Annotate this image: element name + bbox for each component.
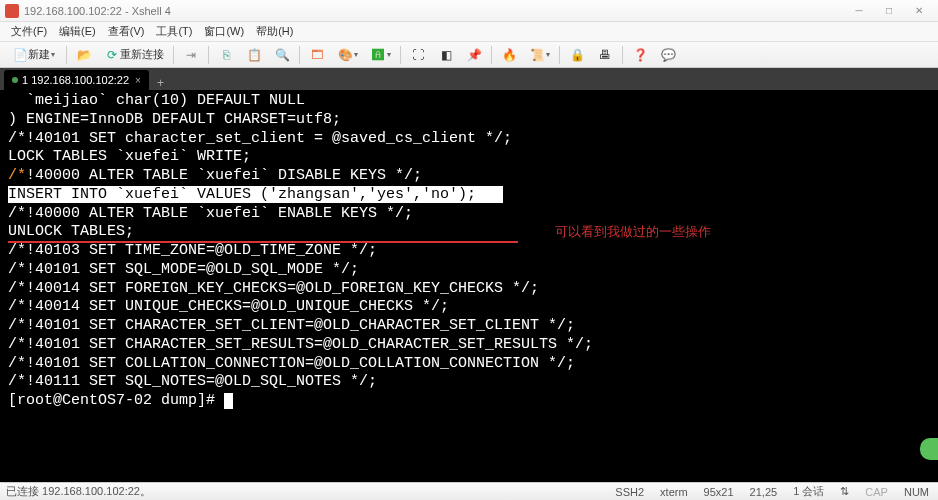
fullscreen-button[interactable]: ⛶ xyxy=(405,45,431,65)
shell-prompt: [root@CentOS7-02 dump]# xyxy=(8,392,224,409)
paste-button[interactable]: 📋 xyxy=(241,45,267,65)
properties-icon: 🗔 xyxy=(309,47,325,63)
folder-open-icon: 📂 xyxy=(76,47,92,63)
reconnect-label: 重新连接 xyxy=(120,47,164,62)
terminal-line: /*!40000 ALTER TABLE `xuefei` ENABLE KEY… xyxy=(8,205,930,224)
terminal-line: /*!40101 SET character_set_client = @sav… xyxy=(8,130,930,149)
toolbar-separator xyxy=(173,46,174,64)
terminal-line: /*!40101 SET COLLATION_CONNECTION=@OLD_C… xyxy=(8,355,930,374)
terminal-line: /*!40111 SET SQL_NOTES=@OLD_SQL_NOTES */… xyxy=(8,373,930,392)
chevron-down-icon: ▾ xyxy=(354,50,358,59)
toolbar-separator xyxy=(622,46,623,64)
status-termtype: xterm xyxy=(657,486,691,498)
toolbar-separator xyxy=(208,46,209,64)
palette-icon: 🎨 xyxy=(337,47,353,63)
transparent-button[interactable]: ◧ xyxy=(433,45,459,65)
status-numlock: NUM xyxy=(901,486,932,498)
disconnect-button[interactable]: ⇥ xyxy=(178,45,204,65)
find-button[interactable]: 🔍 xyxy=(269,45,295,65)
terminal-line: UNLOCK TABLES; xyxy=(8,223,930,242)
lock-button[interactable]: 🔒 xyxy=(564,45,590,65)
close-button[interactable]: ✕ xyxy=(905,3,933,19)
status-size: 95x21 xyxy=(701,486,737,498)
status-capslock: CAP xyxy=(862,486,891,498)
toolbar-separator xyxy=(491,46,492,64)
menu-window[interactable]: 窗口(W) xyxy=(198,22,250,41)
terminal-line: /*!40101 SET SQL_MODE=@OLD_SQL_MODE */; xyxy=(8,261,930,280)
minimize-button[interactable]: ─ xyxy=(845,3,873,19)
copy-icon: ⎘ xyxy=(218,47,234,63)
font-icon: 🅰 xyxy=(370,47,386,63)
menu-file[interactable]: 文件(F) xyxy=(5,22,53,41)
window-controls: ─ □ ✕ xyxy=(845,3,933,19)
xftp-button[interactable]: 🔥 xyxy=(496,45,522,65)
chevron-down-icon: ▾ xyxy=(51,50,55,59)
script-button[interactable]: 📜▾ xyxy=(524,45,555,65)
chevron-down-icon: ▾ xyxy=(387,50,391,59)
maximize-button[interactable]: □ xyxy=(875,3,903,19)
status-cursor-pos: 21,25 xyxy=(747,486,781,498)
lock-icon: 🔒 xyxy=(569,47,585,63)
ontop-button[interactable]: 📌 xyxy=(461,45,487,65)
printer-button[interactable]: 🖶 xyxy=(592,45,618,65)
color-button[interactable]: 🎨▾ xyxy=(332,45,363,65)
terminal-line: /*!40103 SET TIME_ZONE=@OLD_TIME_ZONE */… xyxy=(8,242,930,261)
annotation-text: 可以看到我做过的一些操作 xyxy=(555,224,711,240)
status-right: SSH2 xterm 95x21 21,25 1 会话 ⇅ CAP NUM xyxy=(612,484,932,499)
tab-label: 1 192.168.100.102:22 xyxy=(22,74,129,86)
copy-button[interactable]: ⎘ xyxy=(213,45,239,65)
disconnect-icon: ⇥ xyxy=(183,47,199,63)
tab-close-icon[interactable]: × xyxy=(135,75,141,86)
status-protocol: SSH2 xyxy=(612,486,647,498)
new-label: 新建 xyxy=(28,47,50,62)
terminal-line: /*!40101 SET CHARACTER_SET_RESULTS=@OLD_… xyxy=(8,336,930,355)
selection-trail xyxy=(476,186,503,203)
status-connection: 已连接 192.168.100.102:22。 xyxy=(6,484,612,499)
menu-view[interactable]: 查看(V) xyxy=(102,22,151,41)
window-title: 192.168.100.102:22 - Xshell 4 xyxy=(24,5,845,17)
terminal-highlight-line: INSERT INTO `xuefei` VALUES ('zhangsan',… xyxy=(8,186,930,205)
terminal-line: /*!40101 SET CHARACTER_SET_CLIENT=@OLD_C… xyxy=(8,317,930,336)
network-icon: ⇅ xyxy=(837,485,852,498)
fullscreen-icon: ⛶ xyxy=(410,47,426,63)
toolbar-separator xyxy=(559,46,560,64)
cursor-icon xyxy=(224,393,233,409)
new-file-icon: 📄 xyxy=(12,47,28,63)
terminal-line: `meijiao` char(10) DEFAULT NULL xyxy=(8,92,930,111)
help-icon: ❓ xyxy=(632,47,648,63)
chevron-down-icon: ▾ xyxy=(546,50,550,59)
terminal-line: ) ENGINE=InnoDB DEFAULT CHARSET=utf8; xyxy=(8,111,930,130)
help-button[interactable]: ❓ xyxy=(627,45,653,65)
menu-help[interactable]: 帮助(H) xyxy=(250,22,299,41)
font-button[interactable]: 🅰▾ xyxy=(365,45,396,65)
paste-icon: 📋 xyxy=(246,47,262,63)
status-sessions: 1 会话 xyxy=(790,484,827,499)
terminal-prompt-line: [root@CentOS7-02 dump]# xyxy=(8,392,930,411)
properties-button[interactable]: 🗔 xyxy=(304,45,330,65)
xftp-icon: 🔥 xyxy=(501,47,517,63)
add-tab-button[interactable]: + xyxy=(151,76,170,90)
toolbar-separator xyxy=(299,46,300,64)
about-button[interactable]: 💬 xyxy=(655,45,681,65)
session-tab[interactable]: 1 192.168.100.102:22 × xyxy=(4,70,149,90)
menu-tools[interactable]: 工具(T) xyxy=(150,22,198,41)
toolbar-separator xyxy=(400,46,401,64)
terminal-output[interactable]: `meijiao` char(10) DEFAULT NULL ) ENGINE… xyxy=(0,90,938,482)
terminal-line: LOCK TABLES `xuefei` WRITE; xyxy=(8,148,930,167)
search-icon: 🔍 xyxy=(274,47,290,63)
session-tabbar: 1 192.168.100.102:22 × + xyxy=(0,68,938,90)
window-titlebar: 192.168.100.102:22 - Xshell 4 ─ □ ✕ xyxy=(0,0,938,22)
terminal-line: /*!40000 ALTER TABLE `xuefei` DISABLE KE… xyxy=(8,167,930,186)
terminal-line: /*!40014 SET UNIQUE_CHECKS=@OLD_UNIQUE_C… xyxy=(8,298,930,317)
selected-text: INSERT INTO `xuefei` VALUES ('zhangsan',… xyxy=(8,186,476,203)
menu-edit[interactable]: 编辑(E) xyxy=(53,22,102,41)
side-badge-icon xyxy=(920,438,938,460)
reconnect-button[interactable]: ⟳ 重新连接 xyxy=(99,45,169,65)
toolbar-separator xyxy=(66,46,67,64)
script-icon: 📜 xyxy=(529,47,545,63)
open-button[interactable]: 📂 xyxy=(71,45,97,65)
menubar: 文件(F) 编辑(E) 查看(V) 工具(T) 窗口(W) 帮助(H) xyxy=(0,22,938,42)
annotation-underline xyxy=(8,241,518,243)
terminal-text: !40000 ALTER TABLE `xuefei` DISABLE KEYS… xyxy=(26,167,422,184)
new-session-button[interactable]: 📄 新建 ▾ xyxy=(5,45,62,65)
